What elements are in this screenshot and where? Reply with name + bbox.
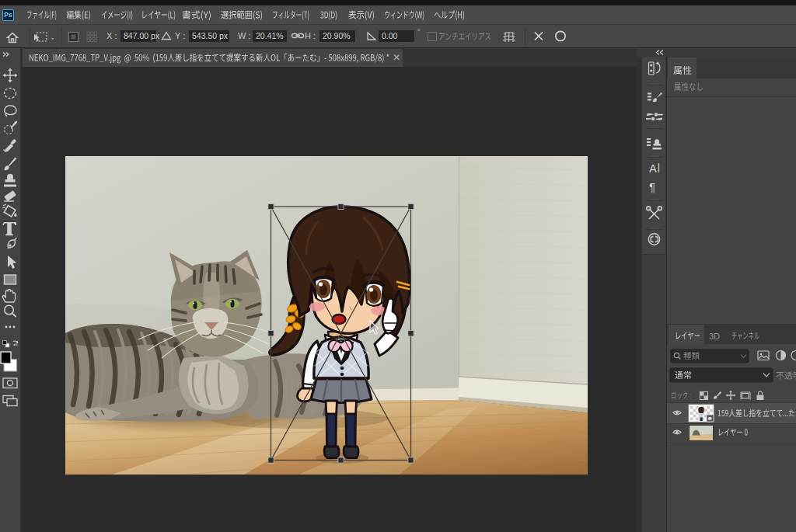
svg-text:3D: 3D	[709, 332, 720, 341]
svg-text:¶: ¶	[649, 180, 655, 193]
svg-text:A: A	[649, 162, 657, 175]
